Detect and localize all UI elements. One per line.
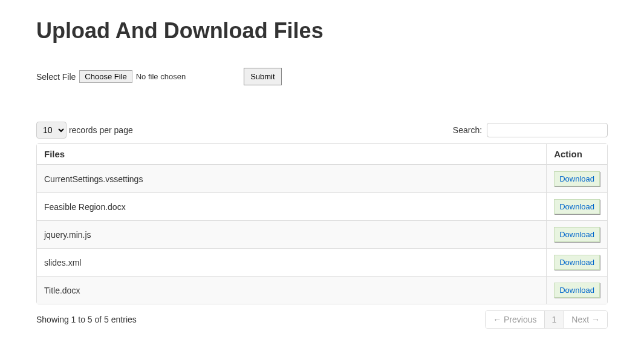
file-name-cell: slides.xml [37,248,546,276]
file-status-text: No file chosen [136,72,186,81]
table-row: CurrentSettings.vssettings Download [37,165,607,192]
search-label: Search: [453,125,482,135]
file-input[interactable]: Choose File No file chosen [79,70,186,83]
page-number-button[interactable]: 1 [544,311,564,328]
table-row: jquery.min.js Download [37,220,607,248]
column-header-files[interactable]: Files [37,144,546,165]
previous-button[interactable]: ← Previous [486,311,544,328]
file-name-cell: jquery.min.js [37,220,546,248]
next-button[interactable]: Next → [564,311,607,328]
table-info: Showing 1 to 5 of 5 entries [36,315,137,324]
search-input[interactable] [487,123,608,137]
column-header-action[interactable]: Action [546,144,607,165]
pagination: ← Previous 1 Next → [485,310,608,329]
table-footer: Showing 1 to 5 of 5 entries ← Previous 1… [36,310,608,329]
select-file-label: Select File [36,72,76,82]
download-button[interactable]: Download [554,283,600,298]
records-per-page-label: records per page [69,125,133,135]
file-name-cell: CurrentSettings.vssettings [37,165,546,192]
table-row: slides.xml Download [37,248,607,276]
page-length-control: 10 records per page [36,122,133,139]
download-button[interactable]: Download [554,255,600,270]
table-controls: 10 records per page Search: [36,122,608,139]
search-control: Search: [453,123,608,137]
files-table: Files Action CurrentSettings.vssettings … [36,143,608,304]
download-button[interactable]: Download [554,199,600,214]
table-row: Feasible Region.docx Download [37,192,607,220]
page-length-select[interactable]: 10 [36,122,67,139]
file-name-cell: Feasible Region.docx [37,192,546,220]
upload-form: Select File Choose File No file chosen S… [36,68,608,85]
file-name-cell: Title.docx [37,276,546,304]
choose-file-button[interactable]: Choose File [79,70,132,83]
table-row: Title.docx Download [37,276,607,304]
page-title: Upload And Download Files [36,18,608,44]
download-button[interactable]: Download [554,227,600,242]
submit-button[interactable]: Submit [244,68,281,85]
download-button[interactable]: Download [554,171,600,186]
